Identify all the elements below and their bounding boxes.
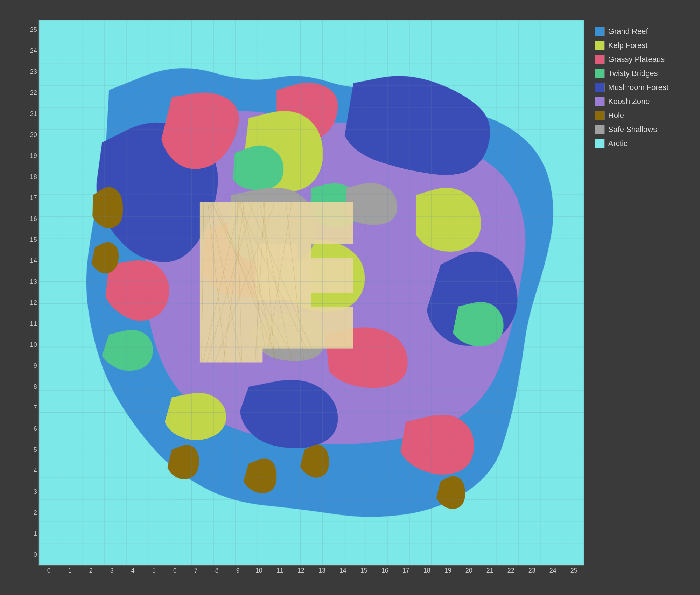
map-column: 0123456789101112131415161718192021222324… — [38, 20, 584, 576]
legend-item: Koosh Zone — [595, 97, 668, 106]
legend-item: Kelp Forest — [595, 41, 668, 50]
y-axis-label: 7 — [29, 398, 37, 419]
x-axis-label: 10 — [248, 567, 270, 574]
legend-color-box — [595, 27, 605, 36]
legend-label: Arctic — [608, 139, 628, 148]
x-axis-label: 17 — [396, 567, 416, 574]
legend-color-box — [595, 125, 605, 134]
y-axis-label: 25 — [29, 20, 37, 41]
x-axis-label: 21 — [479, 567, 500, 574]
y-axis-label: 11 — [29, 314, 37, 335]
legend-color-box — [595, 55, 605, 64]
y-axis-label: 10 — [29, 335, 37, 356]
x-axis-label: 3 — [102, 567, 122, 574]
legend-item: Arctic — [595, 139, 668, 148]
legend-color-box — [595, 83, 605, 92]
legend-label: Grassy Plateaus — [608, 55, 665, 64]
map-canvas — [39, 20, 584, 565]
y-axis-label: 21 — [29, 104, 37, 125]
legend-color-box — [595, 139, 605, 148]
legend-item: Grand Reef — [595, 27, 668, 36]
x-axis: 0123456789101112131415161718192021222324… — [38, 566, 584, 576]
legend-label: Safe Shallows — [608, 125, 657, 134]
y-axis-label: 8 — [29, 377, 37, 398]
y-axis-label: 6 — [29, 419, 37, 440]
y-axis-label: 19 — [29, 146, 37, 167]
x-axis-label: 23 — [522, 567, 542, 574]
y-axis-label: 3 — [29, 482, 37, 503]
x-axis-label: 25 — [564, 567, 584, 574]
x-axis-label: 22 — [500, 567, 522, 574]
x-axis-label: 20 — [458, 567, 479, 574]
y-axis-label: 23 — [29, 62, 37, 83]
legend: Grand ReefKelp ForestGrassy PlateausTwis… — [592, 20, 672, 155]
y-axis-label: 22 — [29, 83, 37, 104]
y-axis-label: 4 — [29, 461, 37, 482]
y-axis-label: 15 — [29, 230, 37, 251]
main-container: 0123456789101112131415161718192021222324… — [21, 13, 679, 583]
x-axis-label: 1 — [59, 567, 80, 574]
legend-label: Grand Reef — [608, 27, 648, 36]
legend-label: Koosh Zone — [608, 97, 650, 106]
x-axis-label: 14 — [332, 567, 354, 574]
x-axis-label: 12 — [290, 567, 312, 574]
x-axis-label: 0 — [38, 567, 59, 574]
legend-item: Hole — [595, 111, 668, 120]
x-axis-label: 5 — [144, 567, 164, 574]
legend-color-box — [595, 111, 605, 120]
y-axis: 0123456789101112131415161718192021222324… — [28, 20, 38, 566]
x-axis-label: 9 — [227, 567, 248, 574]
y-axis-label: 5 — [29, 440, 37, 461]
x-axis-label: 7 — [186, 567, 206, 574]
y-axis-label: 14 — [29, 251, 37, 272]
y-axis-label: 2 — [29, 503, 37, 524]
legend-item: Safe Shallows — [595, 125, 668, 134]
map-area — [38, 20, 584, 566]
legend-label: Twisty Bridges — [608, 69, 658, 78]
y-axis-label: 0 — [29, 545, 37, 566]
y-axis-label: 17 — [29, 188, 37, 209]
legend-item: Grassy Plateaus — [595, 55, 668, 64]
legend-label: Kelp Forest — [608, 41, 648, 50]
x-axis-label: 6 — [164, 567, 186, 574]
x-axis-label: 2 — [80, 567, 102, 574]
y-axis-label: 1 — [29, 524, 37, 545]
y-axis-label: 20 — [29, 125, 37, 146]
map-wrapper: 0123456789101112131415161718192021222324… — [28, 20, 584, 576]
y-axis-label: 16 — [29, 209, 37, 230]
y-axis-label: 13 — [29, 272, 37, 293]
legend-color-box — [595, 69, 605, 78]
x-axis-label: 15 — [354, 567, 374, 574]
x-axis-label: 19 — [438, 567, 458, 574]
legend-label: Hole — [608, 111, 624, 120]
legend-item: Twisty Bridges — [595, 69, 668, 78]
legend-color-box — [595, 41, 605, 50]
x-axis-label: 16 — [374, 567, 396, 574]
x-axis-label: 11 — [270, 567, 290, 574]
x-axis-label: 8 — [206, 567, 227, 574]
y-axis-label: 24 — [29, 41, 37, 62]
legend-item: Mushroom Forest — [595, 83, 668, 92]
x-axis-label: 24 — [542, 567, 564, 574]
legend-label: Mushroom Forest — [608, 83, 668, 92]
y-axis-label: 12 — [29, 293, 37, 314]
y-axis-label: 18 — [29, 167, 37, 188]
x-axis-label: 18 — [416, 567, 438, 574]
x-axis-label: 4 — [122, 567, 144, 574]
x-axis-label: 13 — [312, 567, 332, 574]
y-axis-label: 9 — [29, 356, 37, 377]
legend-color-box — [595, 97, 605, 106]
